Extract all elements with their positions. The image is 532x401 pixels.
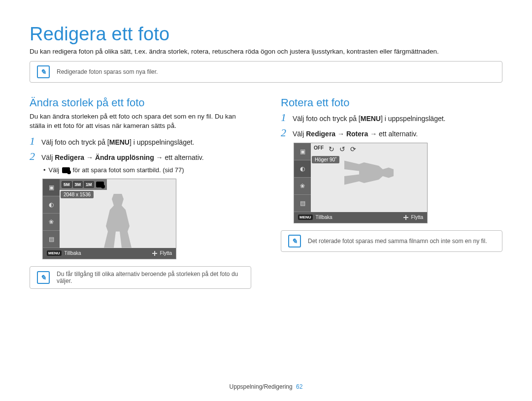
lcd-sidebar: ▣ ◐ ❀ ▤: [294, 143, 311, 212]
rotate-left-icon: ↺: [339, 145, 345, 153]
lcd-rotate: ▣ ◐ ❀ ▤ OFF ↻ ↺ ⟳ Höger 90˚: [294, 143, 428, 223]
rotate-icons: OFF ↻ ↺ ⟳: [314, 145, 356, 153]
chip: 1M: [84, 181, 94, 188]
startimage-icon: [62, 167, 70, 173]
move-label: Flytta: [411, 215, 423, 220]
rotate-off-icon: OFF: [314, 145, 324, 153]
silhouette-icon: [344, 155, 394, 190]
sidebar-cell: ❀: [43, 214, 60, 231]
left-step-1: 1 Välj foto och tryck på [MENU] i uppspe…: [30, 136, 251, 147]
step-number: 1: [30, 136, 37, 147]
silhouette-icon: [98, 194, 137, 248]
intro-text: Du kan redigera foton på olika sätt, t.e…: [30, 48, 502, 55]
sidebar-cell: ◐: [294, 160, 311, 178]
left-note-text: Du får tillgång till olika alternativ be…: [57, 271, 244, 284]
menu-button-icon: MENU: [47, 250, 62, 256]
note-icon: ✎: [37, 271, 50, 284]
sidebar-cell: ◐: [43, 196, 60, 214]
right-note-text: Det roterade fotot sparas med samma filn…: [308, 238, 487, 245]
right-column: Rotera ett foto 1 Välj foto och tryck på…: [281, 96, 502, 303]
page-number: 62: [296, 383, 302, 390]
step-number: 2: [281, 127, 289, 138]
note-icon: ✎: [37, 65, 50, 78]
lcd-tooltip: 2048 x 1536: [61, 191, 94, 198]
left-note: ✎ Du får tillgång till olika alternativ …: [30, 266, 251, 289]
sidebar-cell: ▣: [294, 143, 311, 160]
right-note: ✎ Det roterade fotot sparas med samma fi…: [281, 230, 502, 252]
lcd-topbar: 5M 3M 1M: [60, 179, 107, 190]
left-step-2: 2 Välj Redigera → Ändra upplösning → ett…: [30, 151, 251, 162]
note-icon: ✎: [288, 235, 301, 247]
lcd-photo-area: 5M 3M 1M 2048 x 1536: [60, 179, 176, 248]
top-note: ✎ Redigerade foton sparas som nya filer.: [30, 61, 502, 83]
sidebar-cell: ▤: [43, 231, 60, 248]
back-label: Tillbaka: [65, 250, 81, 256]
right-step2-text: Välj Redigera → Rotera → ett alternativ.: [293, 127, 418, 139]
back-label: Tillbaka: [316, 215, 332, 220]
top-note-text: Redigerade foton sparas som nya filer.: [57, 68, 158, 75]
lcd-tooltip: Höger 90˚: [312, 156, 339, 163]
left-bullet: Välj för att spara fotot som startbild. …: [43, 166, 251, 174]
page-title: Redigera ett foto: [30, 24, 502, 45]
lcd-bottombar: MENU Tillbaka Flytta: [294, 212, 427, 223]
lcd-photo-area: OFF ↻ ↺ ⟳ Höger 90˚: [311, 143, 427, 212]
startimage-icon: [96, 182, 104, 187]
lcd-sidebar: ▣ ◐ ❀ ▤: [43, 179, 60, 248]
footer-section: Uppspelning/Redigering: [230, 383, 293, 390]
right-section-title: Rotera ett foto: [281, 96, 502, 109]
left-section-desc: Du kan ändra storleken på ett foto och s…: [30, 112, 251, 131]
step-number: 1: [281, 112, 289, 123]
right-step-1: 1 Välj foto och tryck på [MENU] i uppspe…: [281, 112, 502, 123]
chip: 5M: [62, 181, 72, 188]
move-label: Flytta: [160, 250, 172, 256]
sidebar-cell: ▤: [294, 195, 311, 212]
lcd-bottombar: MENU Tillbaka Flytta: [43, 248, 176, 259]
right-step-2: 2 Välj Redigera → Rotera → ett alternati…: [281, 127, 502, 139]
menu-label: MENU: [361, 115, 381, 123]
left-step2-text: Välj Redigera → Ändra upplösning → ett a…: [41, 151, 204, 162]
left-step1-text: Välj foto och tryck på [MENU] i uppspeln…: [41, 136, 195, 147]
sidebar-cell: ▣: [43, 179, 60, 196]
menu-label: MENU: [109, 138, 130, 146]
step-number: 2: [30, 151, 37, 162]
nav-icon: [403, 215, 408, 220]
rotate-right-icon: ↻: [329, 145, 334, 153]
chip: 3M: [73, 181, 83, 188]
left-column: Ändra storlek på ett foto Du kan ändra s…: [30, 96, 251, 303]
nav-icon: [152, 251, 157, 256]
menu-button-icon: MENU: [298, 215, 313, 220]
left-section-title: Ändra storlek på ett foto: [30, 96, 251, 109]
rotate-180-icon: ⟳: [350, 145, 356, 153]
sidebar-cell: ❀: [294, 178, 311, 195]
right-step1-text: Välj foto och tryck på [MENU] i uppspeln…: [293, 112, 446, 123]
lcd-resize: ▣ ◐ ❀ ▤ 5M 3M 1M 2048 x 1536: [42, 179, 176, 259]
page-footer: Uppspelning/Redigering 62: [0, 383, 532, 390]
